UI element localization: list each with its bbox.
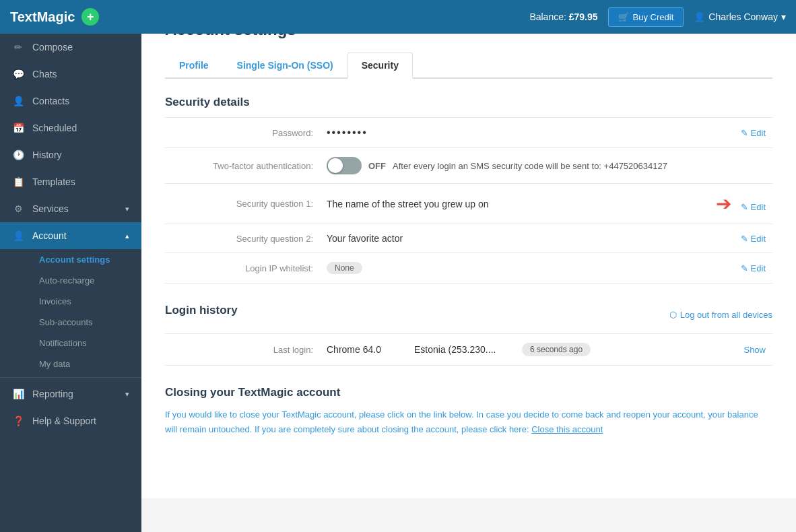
sidebar-item-my-data[interactable]: My data (32, 354, 141, 374)
sidebar-item-templates[interactable]: 📋 Templates (0, 168, 141, 195)
red-arrow-icon: ➔ (716, 193, 731, 214)
last-login-label: Last login: (165, 334, 320, 366)
sidebar-item-account-settings[interactable]: Account settings (32, 249, 141, 270)
chevron-down-icon: ▾ (125, 390, 129, 399)
login-show-link[interactable]: Show (743, 345, 766, 355)
edit-icon: ✎ (741, 202, 748, 212)
sidebar-item-label: History (32, 149, 62, 160)
logo-plus-button[interactable]: + (81, 8, 99, 26)
account-submenu: Account settings Auto-recharge Invoices … (0, 249, 141, 374)
edit-icon: ✎ (741, 263, 748, 273)
password-value: •••••••• (320, 118, 652, 148)
sidebar-item-services[interactable]: ⚙ Services ▾ (0, 195, 141, 222)
last-login-browser: Chrome 64.0 (320, 334, 407, 366)
header: TextMagic + Balance: £79.95 🛒 Buy Credit… (0, 0, 796, 34)
user-icon: 👤 (694, 11, 705, 22)
two-factor-row: Two-factor authentication: OFF After eve… (165, 148, 772, 184)
toggle-label: OFF (368, 161, 386, 171)
password-action-cell: ✎ Edit (652, 118, 772, 148)
closing-account-section: Closing your TextMagic account If you wo… (165, 386, 772, 437)
buy-credit-button[interactable]: 🛒 Buy Credit (608, 7, 684, 27)
security-question-2-row: Security question 2: Your favorite actor… (165, 224, 772, 253)
sidebar-item-help[interactable]: ❓ Help & Support (0, 407, 141, 434)
sidebar-item-compose[interactable]: ✏ Compose (0, 34, 141, 61)
security-q2-action-cell: ✎ Edit (652, 224, 772, 253)
sidebar-item-label: Auto-recharge (39, 275, 94, 286)
password-edit-link[interactable]: ✎ Edit (741, 128, 766, 138)
sidebar-item-label: Reporting (32, 389, 73, 399)
sidebar-item-account[interactable]: 👤 Account ▴ (0, 222, 141, 249)
sidebar-item-label: Scheduled (32, 123, 77, 133)
logout-all-devices-link[interactable]: ⬡ Log out from all devices (669, 310, 772, 320)
close-account-link[interactable]: Close this account (531, 424, 603, 434)
last-login-action-cell: Show (695, 334, 772, 366)
sidebar-item-label: Chats (32, 69, 57, 79)
closing-account-title: Closing your TextMagic account (165, 386, 772, 399)
balance-display: Balance: £79.95 (529, 11, 597, 22)
last-login-time: 6 seconds ago (515, 334, 695, 366)
security-q1-edit-link[interactable]: ✎ Edit (741, 202, 766, 212)
chevron-up-icon: ▴ (125, 232, 129, 240)
ip-whitelist-action-cell: ✎ Edit (652, 253, 772, 284)
scheduled-icon: 📅 (12, 122, 24, 134)
ip-whitelist-value: None (320, 253, 652, 284)
sidebar-item-label: Invoices (39, 296, 71, 306)
tab-profile[interactable]: Profile (165, 53, 223, 79)
ip-whitelist-label: Login IP whitelist: (165, 253, 320, 284)
user-menu[interactable]: 👤 Charles Conway ▾ (694, 11, 786, 22)
tab-security[interactable]: Security (347, 53, 413, 79)
security-q1-action-cell: ➔ ✎ Edit (652, 184, 772, 224)
ip-whitelist-edit-link[interactable]: ✎ Edit (741, 263, 766, 273)
sidebar-item-reporting[interactable]: 📊 Reporting ▾ (0, 380, 141, 407)
help-icon: ❓ (12, 415, 24, 427)
logo-text: TextMagic (10, 9, 75, 25)
sidebar-item-label: Templates (32, 176, 75, 187)
password-dots: •••••••• (327, 127, 368, 138)
tab-sso[interactable]: Single Sign-On (SSO) (223, 53, 347, 79)
sidebar: ✏ Compose 💬 Chats 👤 Contacts 📅 Scheduled… (0, 34, 141, 498)
password-label: Password: (165, 118, 320, 148)
sidebar-item-label: Contacts (32, 96, 69, 106)
none-badge: None (327, 262, 362, 274)
logout-box-icon: ⬡ (669, 310, 677, 320)
header-right: Balance: £79.95 🛒 Buy Credit 👤 Charles C… (529, 7, 786, 27)
security-details-title: Security details (165, 96, 772, 109)
security-q1-value: The name of the street you grew up on (320, 184, 652, 224)
sidebar-item-label: Sub-accounts (39, 317, 93, 327)
services-icon: ⚙ (12, 203, 24, 215)
edit-icon: ✎ (741, 234, 748, 244)
login-history-header: Login history ⬡ Log out from all devices (165, 304, 772, 325)
header-left: TextMagic + (10, 8, 99, 26)
password-row: Password: •••••••• ✎ Edit (165, 118, 772, 148)
sidebar-item-label: Help & Support (32, 415, 96, 426)
security-q2-edit-link[interactable]: ✎ Edit (741, 234, 766, 244)
toggle-knob (328, 158, 343, 173)
two-factor-value-cell: OFF After every login an SMS security co… (320, 148, 772, 184)
sidebar-item-history[interactable]: 🕐 History (0, 141, 141, 168)
reporting-icon: 📊 (12, 388, 24, 400)
security-q1-label: Security question 1: (165, 184, 320, 224)
sidebar-item-label: Services (32, 203, 69, 214)
account-icon: 👤 (12, 230, 24, 242)
two-factor-label: Two-factor authentication: (165, 148, 320, 184)
history-icon: 🕐 (12, 149, 24, 161)
sidebar-item-label: Notifications (39, 338, 87, 348)
sidebar-item-invoices[interactable]: Invoices (32, 291, 141, 312)
sidebar-item-label: Account (32, 230, 67, 241)
sidebar-item-auto-recharge[interactable]: Auto-recharge (32, 270, 141, 291)
main-content: Account settings Profile Single Sign-On … (141, 0, 796, 498)
sidebar-item-notifications[interactable]: Notifications (32, 333, 141, 354)
sidebar-item-chats[interactable]: 💬 Chats (0, 61, 141, 88)
sidebar-divider (0, 377, 141, 378)
security-q2-value: Your favorite actor (320, 224, 652, 253)
sidebar-item-label: My data (39, 359, 70, 369)
sidebar-item-sub-accounts[interactable]: Sub-accounts (32, 312, 141, 333)
login-history-table: Last login: Chrome 64.0 Estonia (253.230… (165, 333, 772, 366)
sidebar-item-contacts[interactable]: 👤 Contacts (0, 88, 141, 114)
security-details-table: Password: •••••••• ✎ Edit Two-factor aut… (165, 117, 772, 284)
chevron-down-icon: ▾ (781, 11, 786, 22)
sidebar-item-label: Account settings (39, 255, 110, 265)
two-factor-toggle[interactable] (327, 157, 362, 174)
edit-icon: ✎ (741, 128, 748, 138)
sidebar-item-scheduled[interactable]: 📅 Scheduled (0, 114, 141, 141)
